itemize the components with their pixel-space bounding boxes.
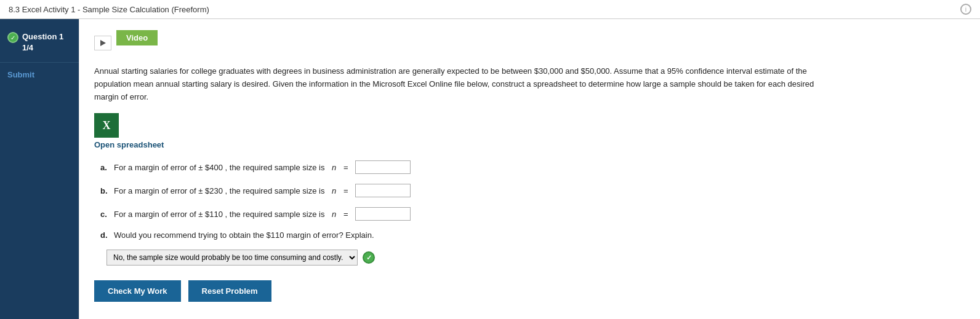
- questions-block: a. For a margin of error of ± $400 , the…: [100, 160, 965, 266]
- buttons-row: Check My Work Reset Problem: [94, 280, 965, 302]
- check-my-work-button[interactable]: Check My Work: [94, 280, 181, 302]
- question-c-text-before: For a margin of error of ± $110 , the re…: [114, 210, 324, 219]
- excel-letter: X: [103, 119, 111, 132]
- question-a-equals: =: [343, 163, 348, 172]
- question-check-icon: [7, 32, 18, 43]
- problem-text: Annual starting salaries for college gra…: [94, 65, 833, 103]
- video-button-label: Video: [126, 33, 148, 42]
- question-row-d: d. Would you recommend trying to obtain …: [100, 230, 965, 240]
- dropdown-check-icon: [363, 251, 375, 264]
- question-a-italic: n: [332, 163, 336, 172]
- question-row-c: c. For a margin of error of ± $110 , the…: [100, 207, 965, 221]
- question-b-italic: n: [332, 186, 336, 195]
- question-a-text-before: For a margin of error of ± $400 , the re…: [114, 163, 324, 172]
- sidebar-question-info: Question 1 1/4: [22, 31, 63, 53]
- open-spreadsheet-link[interactable]: Open spreadsheet: [94, 140, 965, 149]
- sidebar-question-block: Question 1 1/4: [0, 25, 79, 60]
- question-row-a: a. For a margin of error of ± $400 , the…: [100, 160, 965, 174]
- reset-problem-button[interactable]: Reset Problem: [188, 280, 271, 302]
- sidebar-submit[interactable]: Submit: [0, 65, 79, 84]
- dropdown-row: No, the sample size would probably be to…: [106, 250, 965, 266]
- main-content: Video Annual starting salaries for colle…: [79, 19, 980, 319]
- question-b-equals: =: [343, 186, 348, 195]
- sidebar-divider: [0, 62, 79, 63]
- question-c-italic: n: [332, 210, 336, 219]
- info-icon[interactable]: i: [960, 4, 971, 15]
- top-bar: 8.3 Excel Activity 1 - Sample Size Calcu…: [0, 0, 980, 19]
- page-title: 8.3 Excel Activity 1 - Sample Size Calcu…: [9, 5, 209, 14]
- question-row-b: b. For a margin of error of ± $230 , the…: [100, 184, 965, 197]
- sidebar-question-count: 1/4: [22, 42, 63, 53]
- video-section: Video: [94, 30, 965, 55]
- question-c-input[interactable]: [355, 207, 411, 221]
- video-icon-wrapper: [94, 36, 111, 50]
- question-b-input[interactable]: [355, 184, 411, 197]
- question-c-equals: =: [343, 210, 348, 219]
- question-label-d: d.: [100, 230, 109, 240]
- question-label-b: b.: [100, 186, 109, 195]
- video-button[interactable]: Video: [116, 30, 158, 45]
- question-d-text: Would you recommend trying to obtain the…: [114, 230, 374, 240]
- question-d-select[interactable]: No, the sample size would probably be to…: [106, 250, 358, 266]
- question-label-a: a.: [100, 163, 109, 172]
- main-layout: Question 1 1/4 Submit Video Annual start…: [0, 19, 980, 319]
- question-a-input[interactable]: [355, 160, 411, 174]
- excel-section: X Open spreadsheet: [94, 113, 965, 149]
- question-b-text-before: For a margin of error of ± $230 , the re…: [114, 186, 324, 195]
- question-label-c: c.: [100, 210, 109, 219]
- sidebar-question-label: Question 1: [22, 31, 63, 42]
- sidebar: Question 1 1/4 Submit: [0, 19, 79, 319]
- video-play-icon: [96, 37, 110, 49]
- excel-icon[interactable]: X: [94, 113, 119, 138]
